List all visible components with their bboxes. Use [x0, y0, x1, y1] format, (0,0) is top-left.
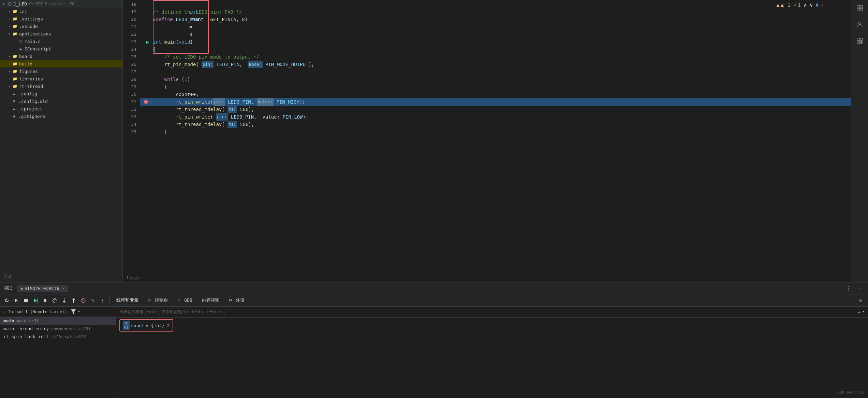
line-num-20: 20 [123, 16, 136, 23]
code-line-31[interactable]: → rt_pin_write ( pin: LED3_PIN , value: … [140, 98, 851, 106]
code-line-18[interactable] [140, 1, 851, 8]
collapse-panel-icon[interactable]: — [855, 284, 865, 293]
code-line-27[interactable] [140, 68, 851, 76]
restart-btn[interactable] [3, 296, 11, 305]
edit-btn[interactable]: ✎ [89, 296, 97, 305]
sidebar-item-rt-thread-label: rt-thread [19, 84, 43, 89]
led3-pin-ref: LED3_PIN [217, 61, 239, 68]
code-line-35[interactable]: } [140, 128, 851, 136]
sidebar-item-root[interactable]: ▾ ⬡ 1_LED F:\RTT_Project\1_LED [0, 0, 122, 7]
debug-session-tab[interactable]: ◉ STM32F103RCT6 ✕ [17, 285, 68, 292]
svg-rect-7 [857, 41, 859, 44]
sidebar-item-ci[interactable]: › 📁 .ci [0, 7, 122, 15]
watch-item-count[interactable]: 10 01 count = {int} 2 [116, 318, 868, 333]
debug-toolbar: R [0, 294, 868, 307]
sidebar-item-build-label: build [19, 61, 32, 66]
code-line-26[interactable]: rt_pin_mode ( pin: LED3_PIN , mode: PIN_… [140, 61, 851, 68]
main-func: main [164, 38, 176, 46]
sidebar-item-cproject[interactable]: ≡ .cproject [0, 105, 122, 112]
sidebar-item-config-old[interactable]: ≡ .config.old [0, 97, 122, 105]
folder-icon: ⬡ [7, 1, 12, 6]
file-icon: ⊙ [12, 113, 17, 119]
sidebar-item-config[interactable]: ≡ .config [0, 90, 122, 97]
code-line-23[interactable]: ▶ int main ( void ) [140, 38, 851, 46]
code-line-22[interactable] [140, 31, 851, 38]
code-line-21[interactable]: int count = 0 ; [140, 23, 851, 31]
tab-memory[interactable]: 内存视图 [198, 296, 224, 305]
layout-icon[interactable]: ⊞ [856, 296, 865, 305]
rt-pin-write-func: rt_pin_write [176, 98, 210, 106]
svg-rect-20 [73, 300, 74, 303]
tab-peripheral[interactable]: ⊡ 外设 [225, 296, 249, 305]
code-line-25[interactable]: /* set LED0 pin mode to output */ [140, 53, 851, 61]
sidebar-item-cproject-label: .cproject [18, 106, 42, 111]
folder-icon: 📁 [12, 31, 18, 36]
chevron-right-icon: › [7, 69, 12, 74]
step-over-btn[interactable] [50, 296, 59, 305]
code-line-33[interactable]: rt_pin_write ( pin: LED3_PIN , value: PI… [140, 113, 851, 121]
folder-icon: 📁 [12, 61, 18, 66]
thread-main-detail: main.c:31 [16, 319, 38, 323]
right-icon-grid[interactable] [855, 36, 865, 46]
sidebar-item-settings[interactable]: › 📁 .settings [0, 15, 122, 22]
code-line-20[interactable]: #define LED3_PIN GET_PIN (A, 8) [140, 16, 851, 23]
line-num-21: 21 [123, 23, 136, 31]
close-session-icon[interactable]: ✕ [62, 286, 65, 291]
continue-btn[interactable] [31, 296, 40, 305]
right-icon-person[interactable] [855, 20, 865, 29]
watch-type-icon: 10 01 [123, 321, 130, 330]
code-line-34[interactable]: rt_thread_mdelay ( ms: 500 ); [140, 121, 851, 128]
thread-entry-label: main_thread_entry [3, 326, 49, 331]
sidebar-item-gitignore[interactable]: ⊙ .gitignore [0, 112, 122, 120]
chevron-right-icon: › [7, 76, 12, 81]
thread-item-main[interactable]: main main.c:31 [0, 317, 116, 325]
pin-low: PIN_LOW [283, 113, 303, 121]
dropdown-arrow[interactable]: ▾ [78, 310, 80, 313]
step-out-btn[interactable] [70, 296, 78, 305]
tab-gdb[interactable]: ⊡ GDB [174, 296, 196, 305]
code-line-19[interactable]: /* defined the LED3 pin: PA3 */ [140, 8, 851, 16]
watch-dropdown-icon[interactable]: ▾ [863, 309, 865, 315]
svg-rect-5 [857, 38, 859, 41]
thread-item-main-entry[interactable]: main_thread_entry components.c:201 [0, 325, 116, 333]
add-watch-icon[interactable]: + [858, 309, 860, 315]
more-options-icon[interactable]: ⋮ [844, 284, 853, 293]
line-num-25: 25 [123, 53, 136, 61]
sidebar-item-applications[interactable]: ▾ 📁 applications [0, 30, 122, 37]
thread-main-label: main [3, 318, 14, 323]
thread-spin-detail: rtthread.h:619 [51, 334, 85, 339]
pause-btn[interactable] [41, 296, 49, 305]
sidebar-item-build[interactable]: › 📁 build [0, 60, 122, 67]
more-debug-btn[interactable]: ⋮ [98, 296, 106, 305]
sidebar-item-rt-thread[interactable]: › 📁 rt-thread [0, 82, 122, 90]
thread-item-rt-spin[interactable]: rt_spin_lock_init rtthread.h:619 [0, 333, 116, 340]
sidebar-item-sconscript[interactable]: ≡ SConscript [0, 45, 122, 52]
tab-threads-vars[interactable]: 线程和变量 [112, 296, 143, 305]
sidebar-item-libraries[interactable]: › 📁 libraries [0, 75, 122, 82]
filter-icon[interactable] [70, 308, 77, 315]
right-icon-extensions[interactable] [855, 3, 865, 13]
svg-marker-12 [34, 298, 37, 303]
step-into-btn[interactable] [60, 296, 68, 305]
code-line-32[interactable]: rt_thread_mdelay ( ms: 500 ); [140, 106, 851, 113]
code-line-28[interactable]: while ( 1 ) [140, 76, 851, 83]
pin-label: pin: [202, 61, 214, 68]
get-pin-func: GET_PIN [210, 16, 231, 23]
code-line-24[interactable]: { [140, 46, 851, 53]
chevron-right-icon: › [7, 24, 12, 29]
sidebar-item-main-c[interactable]: © main.c [0, 37, 122, 45]
sidebar-item-vscode[interactable]: › 📁 .vscode [0, 22, 122, 30]
code-line-30[interactable]: count++; [140, 91, 851, 98]
stop-btn[interactable]: R [12, 296, 20, 305]
code-line-29[interactable]: { [140, 83, 851, 91]
sidebar-item-figures-label: figures [19, 69, 38, 74]
sidebar-item-board[interactable]: › 📁 board [0, 52, 122, 60]
tab-console[interactable]: ⊡ 控制台 [144, 296, 172, 305]
console-icon: ⊡ [148, 297, 151, 303]
pause-stop-btn[interactable] [22, 296, 30, 305]
debug-tabs-bar: 调试 ◉ STM32F103RCT6 ✕ ⋮ — [0, 282, 868, 294]
sidebar-item-figures[interactable]: › 📁 figures [0, 67, 122, 75]
disconnect-btn[interactable] [79, 296, 87, 305]
mode-label: mode: [248, 61, 262, 68]
line-num-22: 22 [123, 31, 136, 38]
